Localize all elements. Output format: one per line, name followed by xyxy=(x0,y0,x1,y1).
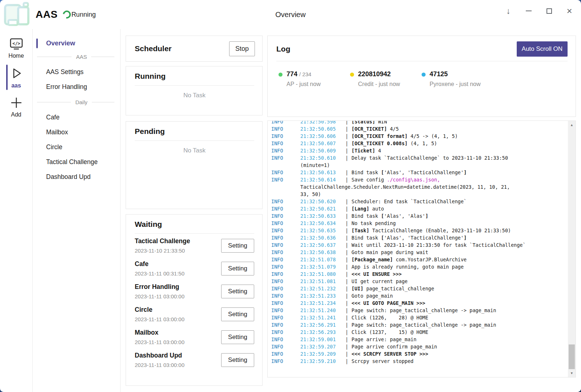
waiting-task-setting-button[interactable]: Setting xyxy=(221,330,254,344)
running-empty-text: No Task xyxy=(135,92,254,99)
log-line: INFO21:32:50.613|Bind task ['Alas', 'Tac… xyxy=(271,169,563,176)
log-card: Log Auto Scroll ON 774/ 234 AP - just no… xyxy=(267,36,576,117)
divider-line xyxy=(37,102,71,102)
rail-item-home[interactable]: </> Home xyxy=(0,34,32,62)
log-line: INFO21:32:50.606|[OCR_TICKET format] 4/5… xyxy=(271,132,563,140)
stat-credit-value: 220810942 xyxy=(358,70,391,78)
sidebar-item[interactable]: Error Handling xyxy=(33,79,120,94)
scroll-down-icon[interactable]: ▼ xyxy=(568,370,576,376)
scroll-up-icon[interactable]: ▲ xyxy=(568,122,576,128)
scrollbar-thumb[interactable] xyxy=(569,344,575,369)
waiting-task-row: Dashboard Upd 2023-11-11 03:00:00 Settin… xyxy=(135,348,254,371)
waiting-task-next-run: 2023-11-11 00:31:50 xyxy=(135,270,184,277)
log-console[interactable]: INFO21:32:50.598|[Status] WININFO21:32:5… xyxy=(267,121,576,377)
sidebar-item[interactable]: Cafe xyxy=(33,110,120,125)
scheduler-status: Running xyxy=(72,11,96,19)
log-line: INFO21:32:51.241|Click (1226, 28) @ HOME xyxy=(271,314,563,321)
scheduler-column: Scheduler Stop Running No Task Pending N… xyxy=(126,36,263,386)
sidebar: Overview AAS AAS Settings Error Handling… xyxy=(33,29,121,392)
auto-scroll-toggle[interactable]: Auto Scroll ON xyxy=(517,41,568,57)
running-spinner-icon xyxy=(61,9,72,20)
active-indicator xyxy=(6,65,8,90)
log-line: TacticalChallenge.Scheduler.NextRun=date… xyxy=(271,183,563,191)
sidebar-item[interactable]: Tactical Challenge xyxy=(33,155,120,170)
waiting-task-info: Circle 2023-11-11 03:00:00 xyxy=(135,306,184,322)
svg-text:</>: </> xyxy=(12,41,20,46)
close-button[interactable]: × xyxy=(564,5,575,17)
waiting-title: Waiting xyxy=(135,220,162,228)
content: Scheduler Stop Running No Task Pending N… xyxy=(121,29,581,392)
scheduler-title: Scheduler xyxy=(135,44,172,53)
log-line: INFO21:32:50.633|Bind task ['Alas', 'Ala… xyxy=(271,212,563,220)
home-monitor-icon: </> xyxy=(9,38,24,51)
waiting-task-setting-button[interactable]: Setting xyxy=(221,239,254,253)
rail-item-add[interactable]: Add xyxy=(0,92,32,121)
log-line: INFO21:32:51.081|UI get current page xyxy=(271,278,563,285)
log-line: INFO21:32:59.001|Page arrive: page_main xyxy=(271,336,563,343)
log-line: INFO21:32:56.291|Page switch: page_tacti… xyxy=(271,321,563,328)
waiting-task-next-run: 2023-11-11 03:00:00 xyxy=(135,293,184,299)
sidebar-item[interactable]: Dashboard Upd xyxy=(33,170,120,184)
rail-label-aas: aas xyxy=(11,82,21,89)
rail-item-aas[interactable]: aas xyxy=(0,62,32,92)
log-line: INFO21:32:51.078|[Package_name] com.Yost… xyxy=(271,256,563,263)
waiting-task-info: Mailbox 2023-11-11 03:00:00 xyxy=(135,329,184,345)
waiting-task-row: Error Handling 2023-11-11 03:00:00 Setti… xyxy=(135,279,254,302)
stat-credit-label: Credit - just now xyxy=(358,81,400,87)
log-line: 33, 50) xyxy=(271,191,563,198)
waiting-task-name: Mailbox xyxy=(135,329,184,336)
log-line: INFO21:32:51.234|<<< UI GOTO PAGE_MAIN >… xyxy=(271,299,563,307)
waiting-task-setting-button[interactable]: Setting xyxy=(221,307,254,321)
log-line: INFO21:32:59.207|Page arrive confirm pag… xyxy=(271,343,563,350)
log-line: INFO21:32:51.240|Page switch: page_tacti… xyxy=(271,307,563,314)
waiting-task-row: Tactical Challenge 2023-11-10 21:33:50 S… xyxy=(135,234,254,257)
scheduler-stop-button[interactable]: Stop xyxy=(229,41,255,56)
divider-line xyxy=(92,102,114,102)
pending-title: Pending xyxy=(135,127,165,135)
log-column: Log Auto Scroll ON 774/ 234 AP - just no… xyxy=(267,36,576,386)
waiting-task-next-run: 2023-11-11 03:00:00 xyxy=(135,316,184,322)
log-line: INFO21:32:56.293|Click (1237, 15) @ HOME xyxy=(271,328,563,336)
log-lines: INFO21:32:50.598|[Status] WININFO21:32:5… xyxy=(268,121,576,365)
log-line: INFO21:32:51.080|<<< UI ENSURE >>> xyxy=(271,270,563,278)
sidebar-item[interactable]: AAS Settings xyxy=(33,65,120,79)
rail-label-home: Home xyxy=(8,53,24,59)
waiting-task-name: Dashboard Upd xyxy=(135,352,184,359)
window-controls: ↓ × xyxy=(503,5,575,17)
log-header: Log Auto Scroll ON xyxy=(276,41,568,61)
waiting-task-setting-button[interactable]: Setting xyxy=(221,262,254,275)
sidebar-item[interactable]: Circle xyxy=(33,140,120,155)
waiting-task-setting-button[interactable]: Setting xyxy=(221,285,254,298)
sidebar-section-daily: Daily xyxy=(37,99,114,105)
main-area: </> Home aas Add xyxy=(0,29,581,392)
play-icon xyxy=(9,66,23,81)
app-logo-icon xyxy=(3,2,32,27)
waiting-task-next-run: 2023-11-11 03:00:00 xyxy=(135,339,184,345)
hide-window-button[interactable]: ↓ xyxy=(503,5,514,17)
sidebar-item-overview[interactable]: Overview xyxy=(33,38,120,49)
waiting-task-row: Mailbox 2023-11-11 03:00:00 Setting xyxy=(135,325,254,348)
active-indicator xyxy=(36,38,38,48)
sidebar-section-label: AAS xyxy=(76,54,87,60)
log-line: INFO21:32:50.637|Wait until 2023-11-10 2… xyxy=(271,241,563,249)
log-line: INFO21:32:51.233|Goto page_main xyxy=(271,292,563,299)
pyroxene-dot-icon xyxy=(422,73,426,77)
divider-line xyxy=(91,57,114,57)
resource-stats: 774/ 234 AP - just now 220810942 Credit … xyxy=(276,70,568,87)
maximize-button[interactable] xyxy=(543,5,555,17)
log-line: INFO21:32:50.620|Scheduler: End task `Ta… xyxy=(271,198,563,205)
minimize-button[interactable] xyxy=(523,5,535,17)
log-line: INFO21:32:51.232|[UI] page_tactical_chal… xyxy=(271,285,563,292)
waiting-list: Tactical Challenge 2023-11-10 21:33:50 S… xyxy=(135,234,254,371)
stat-pyroxene-value: 47125 xyxy=(430,70,448,78)
sidebar-item[interactable]: Mailbox xyxy=(33,125,120,140)
arrow-down-icon: ↓ xyxy=(506,7,511,15)
log-scrollbar[interactable]: ▲ ▼ xyxy=(568,121,576,377)
waiting-task-setting-button[interactable]: Setting xyxy=(221,353,254,367)
sidebar-section-label: Daily xyxy=(75,99,87,105)
log-line: INFO21:32:50.605|[OCR_TICKET] 4/5 xyxy=(271,125,563,132)
log-line: INFO21:32:59.209|<<< SCRCPY SERVER STOP … xyxy=(271,350,563,358)
waiting-task-info: Tactical Challenge 2023-11-10 21:33:50 xyxy=(135,237,190,254)
stat-credit: 220810942 Credit - just now xyxy=(348,70,419,87)
stat-ap: 774/ 234 AP - just now xyxy=(276,70,348,87)
